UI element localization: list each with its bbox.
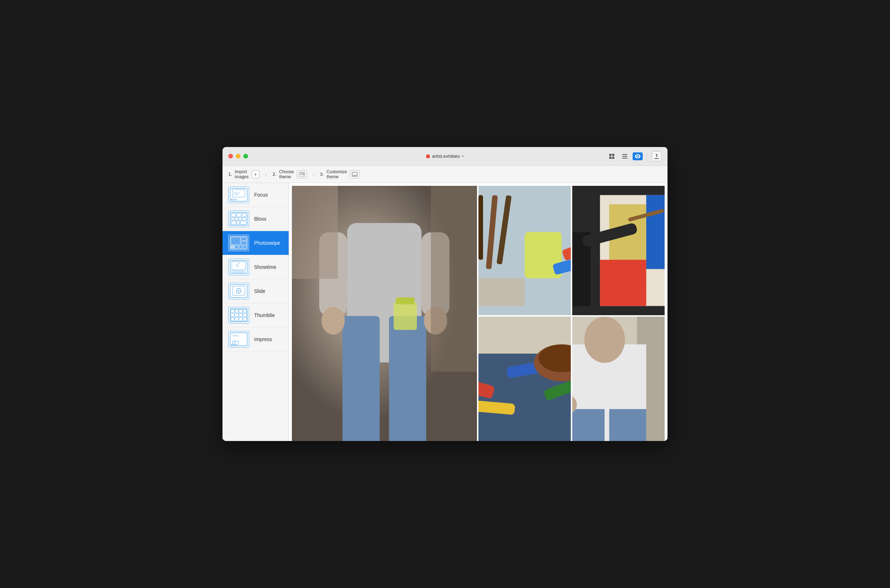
step-separator-2: › [313,171,315,177]
list-view-button[interactable] [620,152,630,160]
sidebar-item-slide[interactable]: Slide [222,279,289,303]
window-title-area: artist.exhibeo ▾ [426,153,464,159]
svg-point-119 [584,316,625,363]
fullscreen-button[interactable] [243,154,248,159]
step1-number: 1. [228,172,232,177]
photo-content-area [289,183,668,441]
titlebar: artist.exhibeo ▾ [222,147,668,166]
svg-text:Exhibeo: Exhibeo [233,335,239,337]
steps-toolbar: 1. Importimages + › 2. Choosetheme › 3. … [222,166,668,183]
svg-rect-5 [622,156,627,157]
photo-cell-4[interactable] [479,316,571,441]
svg-point-19 [231,199,233,200]
photoswipe-label: Photoswipe [254,240,280,246]
step2-label: Choosetheme [279,169,294,179]
sidebar-item-focus[interactable]: Focus [222,183,289,207]
sidebar-item-thumblie[interactable]: Thumblie [222,303,289,327]
thumblie-theme-icon [228,307,249,324]
svg-rect-3 [612,157,614,159]
svg-rect-102 [646,195,665,269]
svg-point-52 [238,290,239,291]
svg-rect-14 [354,176,355,176]
svg-rect-98 [479,278,525,306]
photo-grid [292,186,665,441]
svg-rect-85 [393,302,417,330]
svg-rect-37 [231,246,234,249]
photo-cell-3[interactable] [572,186,665,315]
step3-number: 3. [320,172,324,177]
svg-rect-4 [622,154,627,155]
svg-rect-121 [609,409,646,441]
sidebar-item-bloxx[interactable]: Bloxx [222,207,289,231]
step3[interactable]: 3. Customizetheme [320,169,360,179]
bloxx-label: Bloxx [254,216,266,222]
sidebar-item-impress[interactable]: Exhibeo _______ ____ __ Impress [222,327,289,351]
svg-point-74 [231,344,233,345]
svg-rect-79 [342,316,380,441]
svg-rect-10 [302,174,304,175]
svg-rect-1 [612,154,614,156]
thumblie-label: Thumblie [254,312,275,318]
step2[interactable]: 2. Choosetheme [272,169,307,179]
focus-theme-icon [228,186,249,203]
svg-rect-9 [302,173,304,174]
step-separator-1: › [265,171,267,177]
svg-rect-55 [230,309,247,322]
sidebar-item-photoswipe[interactable]: Photoswipe [222,231,289,255]
app-window: artist.exhibeo ▾ [222,147,668,441]
window-title: artist.exhibeo [432,153,460,159]
sidebar: Focus [222,183,289,441]
impress-theme-icon: Exhibeo _______ ____ __ [228,331,249,348]
svg-rect-15 [356,176,357,176]
main-area: Focus [222,183,668,441]
svg-rect-8 [300,173,302,175]
sidebar-item-showtime[interactable]: Showtime [222,255,289,279]
traffic-lights [228,154,248,159]
bloxx-theme-icon [228,211,249,227]
step1-label: Importimages [235,169,249,179]
photo-cell-5[interactable] [572,316,665,441]
close-button[interactable] [228,154,233,159]
photoswipe-theme-icon [228,235,249,251]
step3-icon [350,170,360,178]
svg-rect-12 [352,172,357,175]
grid-view-button[interactable] [607,152,617,160]
svg-rect-103 [600,260,646,306]
svg-rect-2 [609,157,611,159]
svg-text:____ __: ____ __ [232,339,237,341]
add-images-button[interactable]: + [252,170,260,178]
photo-cell-1[interactable] [292,186,477,441]
svg-rect-120 [572,409,605,441]
file-icon [426,154,430,158]
title-dropdown-icon[interactable]: ▾ [462,154,464,158]
showtime-label: Showtime [254,264,276,270]
svg-rect-88 [431,186,477,372]
svg-point-83 [322,307,345,334]
svg-rect-86 [396,297,415,304]
impress-label: Impress [254,336,272,342]
step1[interactable]: 1. Importimages + [228,169,260,179]
svg-rect-0 [609,154,611,156]
svg-point-44 [238,263,239,264]
minimize-button[interactable] [236,154,240,159]
svg-rect-6 [622,158,627,159]
preview-button[interactable] [633,152,643,160]
step2-number: 2. [272,172,276,177]
divider [646,153,647,159]
svg-rect-80 [389,316,426,441]
svg-rect-92 [479,195,483,260]
showtime-theme-icon [228,259,249,275]
svg-rect-87 [292,186,338,279]
share-button[interactable] [652,152,662,161]
titlebar-right-controls [607,152,662,161]
photo-cell-2[interactable] [479,186,571,315]
slide-theme-icon [228,283,249,299]
svg-text:_______: _______ [232,338,237,339]
focus-label: Focus [254,192,268,198]
step2-icon [297,170,307,178]
slide-label: Slide [254,288,265,294]
step3-label: Customizetheme [326,169,347,179]
svg-rect-13 [353,176,354,176]
